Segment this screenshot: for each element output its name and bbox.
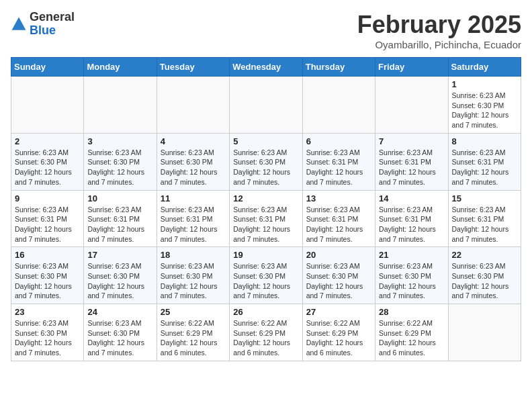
day-content: Sunrise: 6:23 AMSunset: 6:31 PMDaylight:… [15, 205, 80, 244]
day-content: Sunrise: 6:23 AMSunset: 6:30 PMDaylight:… [452, 91, 517, 130]
svg-marker-0 [12, 17, 26, 30]
col-sunday: Sunday [11, 58, 84, 77]
col-friday: Friday [375, 58, 448, 77]
day-number: 14 [379, 193, 444, 203]
table-row: 18Sunrise: 6:23 AMSunset: 6:30 PMDayligh… [157, 247, 229, 304]
col-wednesday: Wednesday [230, 58, 302, 77]
table-row [375, 77, 448, 134]
calendar-table: Sunday Monday Tuesday Wednesday Thursday… [11, 57, 521, 361]
day-number: 19 [233, 250, 298, 260]
table-row: 27Sunrise: 6:22 AMSunset: 6:29 PMDayligh… [302, 304, 375, 361]
day-number: 4 [161, 136, 226, 146]
logo: General Blue [11, 11, 75, 38]
table-row: 26Sunrise: 6:22 AMSunset: 6:29 PMDayligh… [230, 304, 302, 361]
day-number: 22 [452, 250, 517, 260]
table-row: 1Sunrise: 6:23 AMSunset: 6:30 PMDaylight… [448, 77, 521, 134]
logo-general: General [30, 10, 75, 24]
day-content: Sunrise: 6:23 AMSunset: 6:31 PMDaylight:… [452, 205, 517, 244]
table-row: 23Sunrise: 6:23 AMSunset: 6:30 PMDayligh… [11, 304, 84, 361]
day-number: 23 [15, 307, 80, 317]
day-number: 18 [161, 250, 226, 260]
month-title: February 2025 [357, 11, 521, 39]
table-row: 2Sunrise: 6:23 AMSunset: 6:30 PMDaylight… [11, 133, 84, 190]
day-number: 17 [87, 250, 152, 260]
table-row: 20Sunrise: 6:23 AMSunset: 6:30 PMDayligh… [302, 247, 375, 304]
table-row: 7Sunrise: 6:23 AMSunset: 6:31 PMDaylight… [375, 133, 448, 190]
table-row: 16Sunrise: 6:23 AMSunset: 6:30 PMDayligh… [11, 247, 84, 304]
table-row: 14Sunrise: 6:23 AMSunset: 6:31 PMDayligh… [375, 190, 448, 247]
logo-blue: Blue [30, 24, 56, 37]
day-number: 26 [233, 307, 298, 317]
day-content: Sunrise: 6:23 AMSunset: 6:30 PMDaylight:… [306, 261, 371, 301]
calendar-header-row: Sunday Monday Tuesday Wednesday Thursday… [11, 58, 521, 77]
table-row: 13Sunrise: 6:23 AMSunset: 6:31 PMDayligh… [302, 190, 375, 247]
day-number: 5 [233, 136, 298, 146]
day-number: 15 [452, 193, 517, 203]
day-content: Sunrise: 6:22 AMSunset: 6:29 PMDaylight:… [379, 318, 444, 358]
day-number: 21 [379, 250, 444, 260]
day-content: Sunrise: 6:23 AMSunset: 6:30 PMDaylight:… [87, 148, 152, 187]
day-number: 2 [15, 136, 80, 146]
day-content: Sunrise: 6:23 AMSunset: 6:30 PMDaylight:… [87, 261, 152, 301]
day-number: 9 [15, 193, 80, 203]
day-number: 12 [233, 193, 298, 203]
table-row: 19Sunrise: 6:23 AMSunset: 6:30 PMDayligh… [230, 247, 302, 304]
table-row [11, 77, 84, 134]
table-row: 3Sunrise: 6:23 AMSunset: 6:30 PMDaylight… [84, 133, 157, 190]
day-number: 27 [306, 307, 371, 317]
table-row [230, 77, 302, 134]
col-monday: Monday [84, 58, 157, 77]
table-row: 28Sunrise: 6:22 AMSunset: 6:29 PMDayligh… [375, 304, 448, 361]
table-row: 25Sunrise: 6:22 AMSunset: 6:29 PMDayligh… [157, 304, 229, 361]
day-number: 1 [452, 79, 517, 89]
table-row [157, 77, 229, 134]
table-row [84, 77, 157, 134]
calendar-week-2: 2Sunrise: 6:23 AMSunset: 6:30 PMDaylight… [11, 133, 521, 190]
day-number: 25 [161, 307, 226, 317]
col-saturday: Saturday [448, 58, 521, 77]
day-content: Sunrise: 6:23 AMSunset: 6:31 PMDaylight:… [379, 148, 444, 187]
day-content: Sunrise: 6:23 AMSunset: 6:30 PMDaylight:… [233, 261, 298, 301]
day-content: Sunrise: 6:23 AMSunset: 6:30 PMDaylight:… [161, 148, 226, 187]
day-content: Sunrise: 6:23 AMSunset: 6:31 PMDaylight:… [161, 205, 226, 244]
title-block: February 2025 Oyambarillo, Pichincha, Ec… [357, 11, 521, 50]
col-tuesday: Tuesday [157, 58, 229, 77]
day-number: 8 [452, 136, 517, 146]
day-number: 20 [306, 250, 371, 260]
day-content: Sunrise: 6:22 AMSunset: 6:29 PMDaylight:… [161, 318, 226, 358]
day-content: Sunrise: 6:23 AMSunset: 6:30 PMDaylight:… [233, 148, 298, 187]
table-row: 21Sunrise: 6:23 AMSunset: 6:30 PMDayligh… [375, 247, 448, 304]
day-content: Sunrise: 6:23 AMSunset: 6:30 PMDaylight:… [15, 318, 80, 358]
day-number: 28 [379, 307, 444, 317]
logo-text: General Blue [30, 11, 75, 38]
day-content: Sunrise: 6:23 AMSunset: 6:31 PMDaylight:… [306, 205, 371, 244]
day-number: 13 [306, 193, 371, 203]
table-row: 6Sunrise: 6:23 AMSunset: 6:31 PMDaylight… [302, 133, 375, 190]
table-row: 15Sunrise: 6:23 AMSunset: 6:31 PMDayligh… [448, 190, 521, 247]
table-row: 22Sunrise: 6:23 AMSunset: 6:30 PMDayligh… [448, 247, 521, 304]
table-row: 9Sunrise: 6:23 AMSunset: 6:31 PMDaylight… [11, 190, 84, 247]
table-row: 10Sunrise: 6:23 AMSunset: 6:31 PMDayligh… [84, 190, 157, 247]
day-number: 3 [87, 136, 152, 146]
day-content: Sunrise: 6:23 AMSunset: 6:30 PMDaylight:… [15, 148, 80, 187]
day-content: Sunrise: 6:23 AMSunset: 6:30 PMDaylight:… [87, 318, 152, 358]
day-content: Sunrise: 6:23 AMSunset: 6:30 PMDaylight:… [15, 261, 80, 301]
day-content: Sunrise: 6:22 AMSunset: 6:29 PMDaylight:… [306, 318, 371, 358]
calendar-week-3: 9Sunrise: 6:23 AMSunset: 6:31 PMDaylight… [11, 190, 521, 247]
page-header: General Blue February 2025 Oyambarillo, … [11, 11, 521, 50]
day-number: 16 [15, 250, 80, 260]
day-number: 24 [87, 307, 152, 317]
calendar-week-4: 16Sunrise: 6:23 AMSunset: 6:30 PMDayligh… [11, 247, 521, 304]
day-content: Sunrise: 6:23 AMSunset: 6:31 PMDaylight:… [233, 205, 298, 244]
day-number: 11 [161, 193, 226, 203]
table-row: 4Sunrise: 6:23 AMSunset: 6:30 PMDaylight… [157, 133, 229, 190]
day-number: 10 [87, 193, 152, 203]
location-subtitle: Oyambarillo, Pichincha, Ecuador [357, 39, 521, 50]
table-row: 17Sunrise: 6:23 AMSunset: 6:30 PMDayligh… [84, 247, 157, 304]
col-thursday: Thursday [302, 58, 375, 77]
day-content: Sunrise: 6:23 AMSunset: 6:31 PMDaylight:… [306, 148, 371, 187]
day-content: Sunrise: 6:23 AMSunset: 6:30 PMDaylight:… [452, 261, 517, 301]
day-content: Sunrise: 6:23 AMSunset: 6:31 PMDaylight:… [452, 148, 517, 187]
table-row: 11Sunrise: 6:23 AMSunset: 6:31 PMDayligh… [157, 190, 229, 247]
table-row: 12Sunrise: 6:23 AMSunset: 6:31 PMDayligh… [230, 190, 302, 247]
